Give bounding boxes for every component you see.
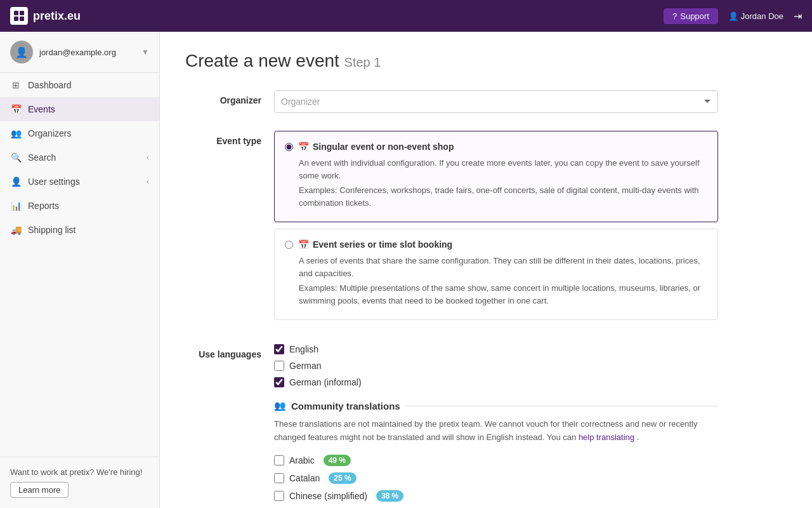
use-languages-control: English German German (informal) 👥 bbox=[274, 344, 718, 508]
svg-rect-2 bbox=[14, 17, 18, 21]
chevron-left-icon: ‹ bbox=[147, 177, 149, 186]
lang-german[interactable]: German bbox=[274, 361, 718, 371]
brand-text: pretix.eu bbox=[33, 10, 81, 23]
community-desc: These translations are not maintained by… bbox=[274, 418, 718, 444]
event-type-title: 📅 Singular event or non-event shop bbox=[298, 142, 454, 152]
people-icon: 👥 bbox=[274, 400, 286, 411]
svg-rect-3 bbox=[20, 17, 24, 21]
sidebar-item-label: Reports bbox=[28, 201, 149, 211]
lang-english-checkbox[interactable] bbox=[274, 344, 284, 354]
avatar-icon: 👤 bbox=[15, 46, 28, 58]
event-type-header: 📅 Singular event or non-event shop bbox=[285, 142, 707, 152]
event-type-title: 📅 Event series or time slot booking bbox=[298, 239, 452, 250]
help-translating-link[interactable]: help translating bbox=[579, 432, 637, 442]
lang-chinese-simplified-checkbox[interactable] bbox=[274, 491, 284, 501]
bar-chart-icon: 📊 bbox=[10, 201, 22, 211]
people-icon: 👥 bbox=[10, 128, 22, 138]
lang-catalan-badge: 25 % bbox=[329, 472, 356, 484]
event-type-series[interactable]: 📅 Event series or time slot booking A se… bbox=[274, 229, 718, 320]
event-type-radio-series[interactable] bbox=[285, 241, 293, 249]
organizer-group: Organizer Organizer bbox=[185, 90, 787, 113]
event-type-group: Event type 📅 Singular event or non-event… bbox=[185, 131, 787, 326]
sidebar-item-search[interactable]: 🔍 Search ‹ bbox=[0, 145, 159, 170]
languages-list: English German German (informal) bbox=[274, 344, 718, 387]
navbar-right: ? Support 👤 Jordan Doe ⇥ bbox=[664, 8, 802, 24]
step-label: Step 1 bbox=[344, 55, 381, 69]
sidebar-username: jordan@example.org bbox=[39, 48, 135, 57]
avatar: 👤 bbox=[10, 41, 33, 64]
community-languages-list: Arabic 49 % Catalan 25 % Chinese (simpli… bbox=[274, 455, 718, 508]
logout-button[interactable]: ⇥ bbox=[794, 10, 802, 22]
event-type-control: 📅 Singular event or non-event shop An ev… bbox=[274, 131, 718, 326]
lang-arabic-badge: 49 % bbox=[324, 455, 351, 466]
sidebar-item-label: User settings bbox=[28, 177, 140, 187]
sidebar-item-label: Dashboard bbox=[28, 80, 149, 90]
sidebar-item-label: Events bbox=[28, 104, 149, 114]
lang-arabic[interactable]: Arabic 49 % bbox=[274, 455, 718, 466]
brand-logo[interactable]: pretix.eu bbox=[10, 7, 81, 25]
sidebar-item-label: Organizers bbox=[28, 128, 149, 138]
use-languages-label: Use languages bbox=[185, 344, 274, 359]
svg-rect-1 bbox=[20, 11, 24, 15]
sidebar-user[interactable]: 👤 jordan@example.org ▼ bbox=[0, 32, 159, 73]
sidebar-item-dashboard[interactable]: ⊞ Dashboard bbox=[0, 73, 159, 97]
calendar-icon: 📅 bbox=[10, 104, 22, 114]
user-link[interactable]: 👤 Jordan Doe bbox=[728, 11, 783, 21]
organizer-label: Organizer bbox=[185, 90, 274, 105]
sidebar: 👤 jordan@example.org ▼ ⊞ Dashboard 📅 Eve… bbox=[0, 32, 160, 508]
event-type-header: 📅 Event series or time slot booking bbox=[285, 239, 707, 250]
main-content: Create a new event Step 1 Organizer Orga… bbox=[160, 32, 812, 508]
lang-english[interactable]: English bbox=[274, 344, 718, 354]
lang-chinese-simplified-badge: 38 % bbox=[376, 490, 403, 502]
learn-more-button[interactable]: Learn more bbox=[10, 482, 69, 498]
support-button[interactable]: ? Support bbox=[664, 8, 718, 24]
event-type-singular[interactable]: 📅 Singular event or non-event shop An ev… bbox=[274, 131, 718, 222]
lang-catalan[interactable]: Catalan 25 % bbox=[274, 472, 718, 484]
sidebar-item-shipping[interactable]: 🚚 Shipping list bbox=[0, 218, 159, 242]
calendar-icon: 📅 bbox=[298, 142, 309, 152]
search-icon: 🔍 bbox=[10, 152, 22, 163]
sidebar-footer: Want to work at pretix? We're hiring! Le… bbox=[0, 457, 159, 508]
sidebar-item-label: Shipping list bbox=[28, 225, 149, 235]
event-type-desc2: Examples: Multiple presentations of the … bbox=[299, 282, 707, 307]
event-type-desc1: An event with individual configuration. … bbox=[299, 157, 707, 182]
event-type-radio-singular[interactable] bbox=[285, 143, 293, 151]
community-section: 👥 Community translations These translati… bbox=[274, 400, 718, 508]
person-icon: 👤 bbox=[10, 177, 22, 187]
organizer-control: Organizer bbox=[274, 90, 718, 113]
sidebar-item-organizers[interactable]: 👥 Organizers bbox=[0, 121, 159, 145]
organizer-select[interactable]: Organizer bbox=[274, 90, 718, 113]
user-icon: 👤 bbox=[728, 11, 738, 21]
lang-chinese-simplified[interactable]: Chinese (simplified) 38 % bbox=[274, 490, 718, 502]
event-type-label: Event type bbox=[185, 131, 274, 146]
lang-catalan-checkbox[interactable] bbox=[274, 473, 284, 483]
layout: 👤 jordan@example.org ▼ ⊞ Dashboard 📅 Eve… bbox=[0, 32, 812, 508]
support-icon: ? bbox=[672, 11, 677, 21]
grid-icon: ⊞ bbox=[10, 80, 22, 90]
calendar-icon: 📅 bbox=[298, 239, 309, 250]
truck-icon: 🚚 bbox=[10, 225, 22, 235]
event-type-desc2: Examples: Conferences, workshops, trade … bbox=[299, 184, 707, 209]
use-languages-group: Use languages English German German (inf… bbox=[185, 344, 787, 508]
svg-rect-0 bbox=[14, 11, 18, 15]
page-title: Create a new event Step 1 bbox=[185, 51, 787, 71]
sidebar-item-label: Search bbox=[28, 152, 140, 163]
sidebar-nav: ⊞ Dashboard 📅 Events 👥 Organizers 🔍 Sear… bbox=[0, 73, 159, 457]
chevron-left-icon: ‹ bbox=[147, 153, 149, 162]
lang-german-informal[interactable]: German (informal) bbox=[274, 377, 718, 387]
lang-german-informal-checkbox[interactable] bbox=[274, 377, 284, 387]
logout-icon: ⇥ bbox=[794, 11, 802, 22]
chevron-down-icon: ▼ bbox=[141, 48, 149, 57]
event-type-desc1: A series of events that share the same c… bbox=[299, 255, 707, 279]
navbar: pretix.eu ? Support 👤 Jordan Doe ⇥ bbox=[0, 0, 812, 32]
sidebar-item-reports[interactable]: 📊 Reports bbox=[0, 194, 159, 218]
sidebar-item-user-settings[interactable]: 👤 User settings ‹ bbox=[0, 170, 159, 194]
community-header: 👥 Community translations bbox=[274, 400, 718, 411]
brand-icon bbox=[10, 7, 28, 25]
lang-german-checkbox[interactable] bbox=[274, 361, 284, 371]
sidebar-item-events[interactable]: 📅 Events bbox=[0, 97, 159, 121]
lang-arabic-checkbox[interactable] bbox=[274, 455, 284, 465]
hiring-text: Want to work at pretix? We're hiring! bbox=[10, 467, 149, 477]
